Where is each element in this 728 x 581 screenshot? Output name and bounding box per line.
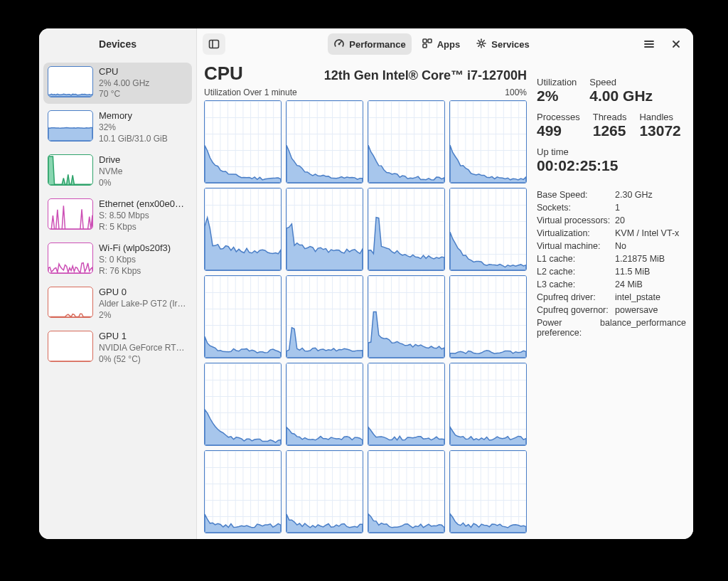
processes-value: 499 (537, 122, 580, 139)
detail-value: 1.21875 MiB (615, 254, 686, 264)
stat-label: Threads (593, 112, 627, 122)
detail-row: Virtual processors:20 (537, 214, 686, 227)
detail-key: Virtual machine: (537, 241, 615, 251)
device-sub2: 0% (99, 178, 122, 189)
utilization-value: 2% (537, 87, 577, 105)
detail-value: No (615, 241, 686, 251)
device-name: Memory (99, 110, 168, 122)
sidebar-item-wi-fi-wlp0s20f3[interactable]: Wi-Fi (wlp0s20f3) S: 0 Kbps R: 76 Kbps (43, 239, 192, 280)
core-chart (286, 100, 363, 183)
detail-row: Sockets:1 (537, 201, 686, 214)
view-switcher: PerformanceAppsServices (230, 33, 633, 55)
device-sub2: R: 76 Kbps (99, 266, 171, 277)
device-sparkline (48, 287, 93, 318)
device-sub1: NVMe (99, 166, 122, 178)
core-chart (449, 275, 527, 358)
content: CPU 12th Gen Intel® Core™ i7-12700H Util… (197, 60, 693, 539)
detail-row: Virtual machine:No (537, 240, 686, 252)
sidebar: Devices CPU 2% 4.00 GHz 70 °C Memory 32%… (39, 28, 197, 539)
sidebar-item-gpu-1[interactable]: GPU 1 NVIDIA GeForce RTX 3... 0% (52 °C) (43, 327, 192, 368)
sidebar-list: CPU 2% 4.00 GHz 70 °C Memory 32% 10.1 Gi… (39, 60, 196, 372)
device-sub1: 2% 4.00 GHz (99, 78, 149, 90)
sidebar-item-cpu[interactable]: CPU 2% 4.00 GHz 70 °C (43, 63, 192, 104)
chart-subtitle: Utilization Over 1 minute (204, 87, 297, 97)
device-name: GPU 1 (99, 331, 188, 343)
core-chart (368, 188, 445, 271)
core-chart (286, 188, 363, 271)
toggle-sidebar-button[interactable] (203, 33, 225, 55)
stat-label: Handles (639, 112, 680, 122)
hamburger-icon (643, 38, 655, 50)
device-sparkline (48, 110, 93, 142)
device-sub2: 70 °C (99, 89, 149, 100)
apps-icon (422, 38, 433, 51)
core-chart (449, 188, 527, 271)
core-chart (204, 275, 282, 358)
tab-performance[interactable]: Performance (328, 33, 411, 55)
core-chart (286, 450, 363, 533)
device-sparkline (48, 331, 93, 362)
core-chart (449, 363, 527, 446)
y-axis-max: 100% (505, 87, 527, 97)
cpu-panel: CPU 12th Gen Intel® Core™ i7-12700H Util… (204, 63, 527, 533)
core-chart (204, 100, 282, 183)
stats-panel: Utilization2% Speed4.00 GHz Processes499… (537, 63, 686, 533)
detail-row: L1 cache:1.21875 MiB (537, 252, 686, 265)
toolbar: PerformanceAppsServices (197, 28, 693, 60)
core-chart (286, 275, 363, 358)
detail-key: L2 cache: (537, 267, 615, 277)
svg-rect-5 (428, 39, 432, 43)
panel-left-icon (208, 38, 220, 50)
detail-row: L2 cache:11.5 MiB (537, 265, 686, 278)
detail-value: 11.5 MiB (615, 267, 686, 277)
detail-value: balance_performance (600, 318, 686, 338)
detail-value: KVM / Intel VT-x (615, 228, 686, 238)
threads-value: 1265 (593, 122, 627, 139)
device-sub1: S: 0 Kbps (99, 255, 171, 266)
menu-button[interactable] (638, 33, 660, 55)
svg-line-3 (339, 41, 341, 44)
device-sub2: 0% (52 °C) (99, 354, 188, 366)
tab-label: Performance (349, 39, 405, 50)
sidebar-item-gpu-0[interactable]: GPU 0 Alder Lake-P GT2 (Iris X... 2% (43, 283, 192, 324)
core-chart (204, 450, 282, 533)
uptime-value: 00:02:25:15 (537, 157, 686, 174)
services-icon (476, 38, 487, 51)
sidebar-item-ethernet-enx00e04[interactable]: Ethernet (enx00e04... S: 8.50 Mbps R: 5 … (43, 195, 192, 236)
core-chart (449, 100, 527, 183)
tab-services[interactable]: Services (470, 33, 535, 55)
core-chart (204, 188, 282, 271)
core-chart (204, 363, 282, 446)
svg-rect-0 (210, 41, 219, 48)
app-window: Devices CPU 2% 4.00 GHz 70 °C Memory 32%… (39, 28, 693, 539)
detail-value: 20 (615, 215, 686, 225)
device-sub2: 10.1 GiB/31.0 GiB (99, 134, 168, 145)
speed-value: 4.00 GHz (589, 87, 653, 105)
sidebar-item-memory[interactable]: Memory 32% 10.1 GiB/31.0 GiB (43, 107, 192, 148)
core-chart-grid (204, 100, 527, 533)
core-chart (368, 450, 445, 533)
speedometer-icon (333, 38, 345, 51)
detail-row: Base Speed:2.30 GHz (537, 188, 686, 201)
device-sparkline (48, 242, 93, 274)
device-sparkline (48, 198, 93, 230)
detail-key: Base Speed: (537, 190, 615, 200)
detail-key: L1 cache: (537, 254, 615, 264)
stat-label: Processes (537, 112, 580, 122)
core-chart (368, 363, 445, 446)
detail-key: Virtualization: (537, 228, 615, 238)
detail-row: L3 cache:24 MiB (537, 278, 686, 291)
detail-row: Virtualization:KVM / Intel VT-x (537, 227, 686, 240)
page-title: CPU (204, 63, 243, 85)
detail-row: Power preference:balance_performance (537, 316, 686, 339)
detail-key: Virtual processors: (537, 215, 615, 225)
detail-key: Power preference: (537, 318, 600, 338)
sidebar-item-drive[interactable]: Drive NVMe 0% (43, 151, 192, 192)
device-name: Ethernet (enx00e04... (99, 198, 188, 210)
detail-value: 2.30 GHz (615, 190, 686, 200)
tab-apps[interactable]: Apps (416, 33, 466, 55)
cpu-model: 12th Gen Intel® Core™ i7-12700H (324, 68, 527, 83)
device-sub1: Alder Lake-P GT2 (Iris X... (99, 299, 188, 310)
close-button[interactable] (665, 33, 687, 55)
device-sub2: R: 5 Kbps (99, 222, 188, 233)
